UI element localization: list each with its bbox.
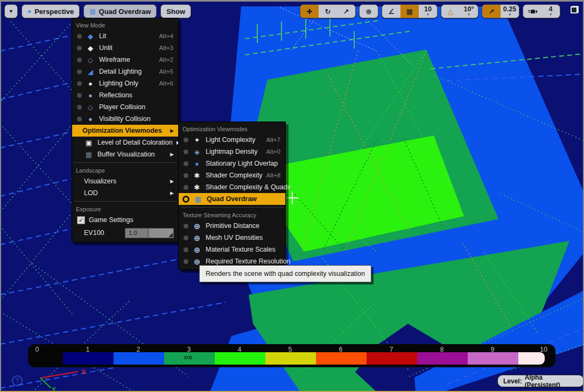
- menu-item-shader-complexity[interactable]: ✱ Shader Complexity Alt+8: [179, 169, 285, 181]
- shader-complexity-icon: ✱: [192, 172, 202, 179]
- menu-item-buffer-visualization[interactable]: ▦ Buffer Visualization ▶: [72, 148, 178, 160]
- radio-icon: [77, 46, 82, 51]
- rotation-snap-value-dropdown[interactable]: 10° ▾: [460, 5, 478, 18]
- menu-item-primitive-distance[interactable]: ⊕ Primitive Distance: [179, 220, 285, 232]
- scale-tool-icon: ↗: [343, 8, 349, 16]
- view-mode-button[interactable]: ▦ Quad Overdraw: [83, 4, 157, 18]
- camera-speed-button[interactable]: [523, 5, 541, 18]
- menu-item-label: Primitive Distance: [206, 222, 282, 230]
- menu-item-mesh-uv-densities[interactable]: ⊕ Mesh UV Densities: [179, 232, 285, 244]
- menu-item-label: Buffer Visualization: [97, 151, 166, 158]
- menu-item-label: LOD: [84, 189, 166, 197]
- svg-text:?: ?: [15, 377, 19, 384]
- grid-snap-icon: ▦: [406, 8, 413, 16]
- ev100-spinbox[interactable]: 1.0: [125, 228, 174, 238]
- optimization-submenu-header: Optimization Viewmodes: [179, 124, 285, 134]
- menu-item-unlit[interactable]: ◆ Unlit Alt+3: [72, 42, 178, 54]
- menu-item-label: Stationary Light Overlap: [206, 160, 282, 167]
- surface-snap-button[interactable]: ∠: [382, 5, 400, 18]
- camera-speed-value: 4: [549, 6, 553, 12]
- exposure-section-header: Exposure: [72, 204, 178, 214]
- camera-speed-value-dropdown[interactable]: 4 ▾: [541, 5, 560, 18]
- transform-tools-group: ✚ ↻ ↗: [300, 4, 356, 18]
- grid-snap-value-dropdown[interactable]: 10 ▾: [419, 5, 437, 18]
- menu-item-reflections[interactable]: ● Reflections: [72, 89, 178, 101]
- overdraw-scale-legend: 0 1 2 3 4 5 6 7 8 9 10 OD: [28, 344, 555, 367]
- menu-item-player-collision[interactable]: ◇ Player Collision: [72, 101, 178, 113]
- rotate-tool-icon: ↻: [325, 8, 331, 16]
- menu-item-label: Optimization Viewmodes: [82, 127, 166, 134]
- menu-item-detail-lighting[interactable]: ◢ Detail Lighting Alt+5: [72, 66, 178, 77]
- spinbox-handle: [147, 229, 149, 238]
- perspective-label: Perspective: [34, 8, 74, 16]
- submenu-arrow-icon: ▶: [170, 179, 175, 184]
- radio-icon: [184, 236, 188, 240]
- menu-item-light-complexity[interactable]: ✦ Light Complexity Alt+7: [179, 134, 285, 146]
- scale-snap-toggle-button[interactable]: ↗: [482, 5, 501, 18]
- scale-segment: [468, 352, 518, 365]
- detail-lighting-icon: ◢: [86, 68, 95, 75]
- quad-overdraw-icon: ▦: [89, 8, 95, 15]
- menu-item-shader-complexity-quads[interactable]: ✱ Shader Complexity & Quads: [179, 181, 285, 193]
- menu-item-label: Visibility Collision: [99, 115, 175, 123]
- dropdown-caret-icon: ▼: [9, 9, 13, 14]
- perspective-button[interactable]: ● Perspective: [22, 4, 80, 18]
- radio-icon: [77, 34, 82, 39]
- scale-segment: [63, 352, 114, 365]
- reflections-icon: ●: [86, 92, 95, 99]
- menu-item-lighting-only[interactable]: ● Lighting Only Alt+6: [72, 77, 178, 89]
- submenu-arrow-icon: ▶: [170, 128, 175, 133]
- caret-down-icon: ▾: [550, 12, 552, 16]
- radio-icon: [77, 81, 82, 86]
- globe-icon: ⊛: [366, 8, 372, 16]
- caret-down-icon: ▾: [509, 12, 511, 16]
- menu-item-label: Wireframe: [99, 56, 155, 63]
- menu-item-stationary-light-overlap[interactable]: ● Stationary Light Overlap: [179, 158, 285, 169]
- menu-item-optimization-viewmodes[interactable]: Optimization Viewmodes ▶: [72, 125, 178, 137]
- menu-item-label: Mesh UV Densities: [206, 234, 282, 241]
- menu-item-game-settings[interactable]: ✓ Game Settings: [72, 214, 178, 226]
- menu-item-material-texture-scales[interactable]: ⊕ Material Texture Scales: [179, 244, 285, 255]
- caret-down-icon: ▾: [468, 12, 470, 16]
- menu-item-lod[interactable]: LOD ▶: [72, 187, 178, 199]
- menu-item-label: Detail Lighting: [99, 68, 155, 75]
- menu-item-label: Lit: [99, 32, 155, 40]
- level-status-badge: Level: Alpha (Persistent): [497, 375, 584, 387]
- radio-icon: [77, 117, 82, 122]
- scale-tool-button[interactable]: ↗: [337, 5, 355, 18]
- scale-snap-value: 0.25: [503, 6, 516, 12]
- menu-item-visualizers[interactable]: Visualizers ▶: [72, 175, 178, 187]
- scale-snap-value-dropdown[interactable]: 0.25 ▾: [501, 5, 519, 18]
- optimization-viewmodes-submenu: Optimization Viewmodes ✦ Light Complexit…: [178, 122, 286, 270]
- menu-item-wireframe[interactable]: ◇ Wireframe Alt+2: [72, 54, 178, 66]
- grid-snap-toggle-button[interactable]: ▦: [400, 5, 419, 18]
- world-local-toggle-button[interactable]: ⊛: [360, 5, 378, 18]
- show-button[interactable]: Show: [160, 4, 191, 18]
- submenu-arrow-icon: ▶: [170, 152, 175, 157]
- scale-segment: [265, 352, 316, 365]
- menu-item-label: Player Collision: [99, 103, 175, 111]
- maximize-viewport-button[interactable]: [571, 6, 579, 13]
- menu-item-quad-overdraw[interactable]: ▦ Quad Overdraw: [179, 193, 285, 205]
- scale-segment: [316, 352, 367, 365]
- menu-item-lit[interactable]: ◆ Lit Alt+4: [72, 30, 178, 42]
- move-tool-button[interactable]: ✚: [300, 5, 319, 18]
- rotate-tool-button[interactable]: ↻: [319, 5, 337, 18]
- radio-icon: [184, 149, 188, 154]
- scale-segment: [367, 352, 417, 365]
- perspective-icon: ●: [27, 8, 31, 15]
- menu-separator: [74, 201, 177, 202]
- unlit-icon: ◆: [86, 45, 95, 52]
- menu-item-visibility-collision[interactable]: ● Visibility Collision: [72, 113, 178, 125]
- view-mode-menu: View Mode ◆ Lit Alt+4 ◆ Unlit Alt+3 ◇ Wi…: [72, 18, 179, 243]
- rotation-snap-icon: △: [448, 8, 453, 16]
- help-icon[interactable]: ?: [11, 374, 24, 387]
- menu-item-lightmap-density[interactable]: ◈ Lightmap Density Alt+0: [179, 146, 285, 158]
- viewport-options-button[interactable]: ▼: [4, 4, 18, 18]
- menu-item-label: Game Settings: [89, 216, 175, 224]
- game-settings-checkbox[interactable]: ✓: [77, 216, 85, 224]
- menu-item-lod-coloration[interactable]: ▣ Level of Detail Coloration ▶: [72, 137, 178, 148]
- mesh-uv-densities-icon: ⊕: [192, 234, 202, 241]
- rotation-snap-toggle-button[interactable]: △: [441, 5, 460, 18]
- radio-icon: [77, 69, 82, 74]
